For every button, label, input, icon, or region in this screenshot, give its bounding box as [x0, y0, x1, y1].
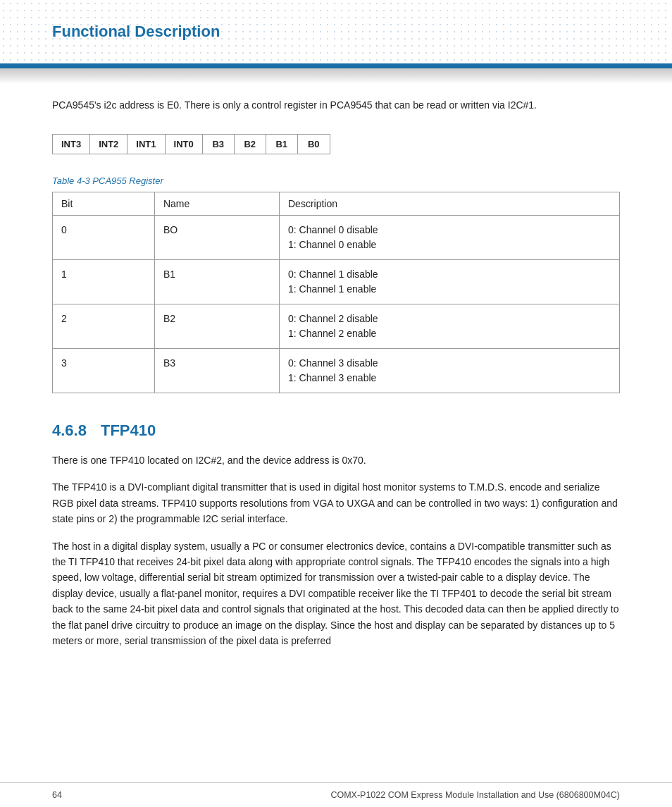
col-header-bit: Bit	[53, 192, 155, 216]
cell-bit: 2	[53, 304, 155, 349]
bit-diagram: INT3INT2INT1INT0B3B2B1B0	[52, 134, 330, 154]
body-paragraph: There is one TFP410 located on I2C#2, an…	[52, 452, 620, 468]
intro-paragraph: PCA9545's i2c address is E0. There is on…	[52, 98, 620, 113]
col-header-name: Name	[154, 192, 279, 216]
bit-cell: B1	[266, 135, 298, 154]
footer-page: 64	[52, 790, 62, 800]
bit-cell: INT2	[90, 135, 127, 154]
footer: 64 COMX-P1022 COM Express Module Install…	[0, 782, 672, 807]
cell-bit: 1	[53, 260, 155, 304]
footer-doc: COMX-P1022 COM Express Module Installati…	[330, 790, 620, 800]
cell-name: BO	[154, 216, 279, 260]
cell-description: 0: Channel 2 disable1: Channel 2 enable	[279, 304, 619, 349]
bit-cell: B2	[235, 135, 266, 154]
accent-bar	[0, 63, 672, 68]
table-row: 0BO0: Channel 0 disable1: Channel 0 enab…	[53, 216, 620, 260]
cell-name: B3	[154, 349, 279, 393]
section-title: TFP410	[101, 421, 156, 440]
main-content: PCA9545's i2c address is E0. There is on…	[0, 84, 672, 688]
page-title: Functional Description	[0, 0, 672, 41]
body-paragraph: The TFP410 is a DVI-compliant digital tr…	[52, 479, 620, 526]
body-paragraph: The host in a digital display system, us…	[52, 538, 620, 649]
section-number: 4.6.8	[52, 421, 87, 440]
table-row: 1B10: Channel 1 disable1: Channel 1 enab…	[53, 260, 620, 304]
col-header-description: Description	[279, 192, 619, 216]
bit-cell: INT3	[53, 135, 90, 154]
bit-cell: INT0	[166, 135, 203, 154]
bit-cell: B0	[298, 135, 330, 154]
section-468-content: There is one TFP410 located on I2C#2, an…	[52, 452, 620, 648]
section-468-heading: 4.6.8 TFP410	[52, 421, 620, 440]
table-row: 2B20: Channel 2 disable1: Channel 2 enab…	[53, 304, 620, 349]
cell-description: 0: Channel 0 disable1: Channel 0 enable	[279, 216, 619, 260]
header-area: Functional Description	[0, 0, 672, 63]
cell-name: B1	[154, 260, 279, 304]
cell-description: 0: Channel 1 disable1: Channel 1 enable	[279, 260, 619, 304]
cell-bit: 3	[53, 349, 155, 393]
cell-name: B2	[154, 304, 279, 349]
bit-cell: B3	[203, 135, 235, 154]
table-caption: Table 4-3 PCA955 Register	[52, 175, 620, 186]
cell-bit: 0	[53, 216, 155, 260]
bit-cell: INT1	[127, 135, 165, 154]
register-table: Bit Name Description 0BO0: Channel 0 dis…	[52, 192, 620, 393]
cell-description: 0: Channel 3 disable1: Channel 3 enable	[279, 349, 619, 393]
table-row: 3B30: Channel 3 disable1: Channel 3 enab…	[53, 349, 620, 393]
gray-stripe	[0, 68, 672, 84]
